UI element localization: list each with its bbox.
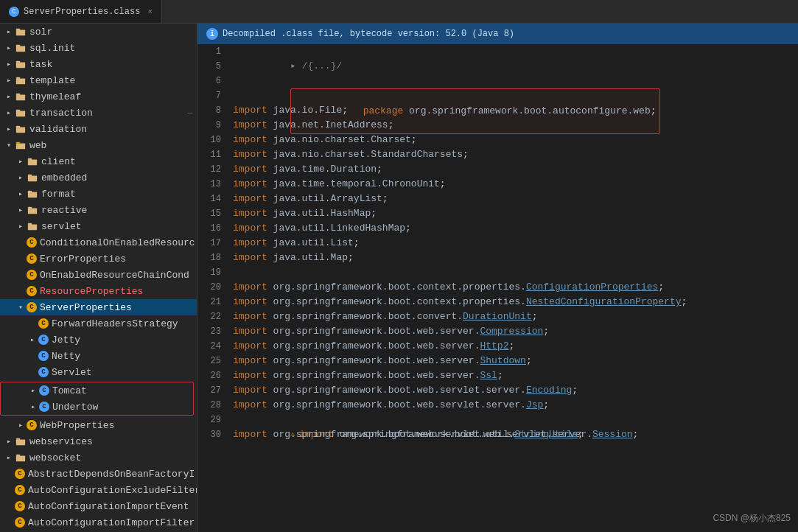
sidebar-item-label: AbstractDependsOnBeanFactoryI <box>28 469 195 480</box>
line-num: 7 <box>203 88 221 103</box>
class-icon: C <box>27 270 37 280</box>
class-icon: C <box>15 501 25 511</box>
class-icon: C <box>15 469 25 479</box>
sidebar-item-jetty[interactable]: C Jetty <box>0 332 197 348</box>
sidebar-item-label: AutoConfigurationImportEvent <box>28 501 189 512</box>
line-num: 16 <box>203 221 221 236</box>
code-line-1: ▸ /{...}/ <box>233 44 792 59</box>
sidebar-item-transaction[interactable]: transaction — <box>0 105 197 121</box>
sidebar-item-forward-headers[interactable]: C ForwardHeadersStrategy <box>0 315 197 332</box>
svg-rect-8 <box>16 94 25 100</box>
sidebar-item-resource-properties[interactable]: C ResourceProperties <box>0 283 197 299</box>
folder-icon <box>27 188 38 200</box>
sidebar-item-on-enabled[interactable]: C OnEnabledResourceChainCond <box>0 267 197 283</box>
class-icon: C <box>15 485 25 495</box>
info-icon: i <box>206 28 218 40</box>
sidebar-item-label: format <box>41 189 76 200</box>
svg-rect-28 <box>16 455 25 461</box>
code-line-30: import org.springframework.boot.web.serv… <box>233 427 792 442</box>
arrow-icon <box>3 74 15 86</box>
sidebar-item-websocket[interactable]: websocket <box>0 449 197 466</box>
line-num: 5 <box>203 59 221 74</box>
class-icon: C <box>15 517 25 528</box>
sidebar-item-client[interactable]: client <box>0 153 197 169</box>
tab-close-button[interactable]: × <box>147 7 153 16</box>
file-tree-sidebar[interactable]: solr sql.init task template <box>0 24 197 532</box>
sidebar-item-label: reactive <box>41 205 87 216</box>
code-line-20: import org.springframework.boot.context.… <box>233 280 792 295</box>
folder-icon <box>15 91 27 102</box>
arrow-icon <box>15 419 27 431</box>
sidebar-item-label: thymeleaf <box>29 91 81 102</box>
sidebar-item-label: AutoConfigurationExcludeFilter <box>28 485 197 496</box>
sidebar-item-server-properties[interactable]: C ServerProperties <box>0 299 197 315</box>
sidebar-item-servlet-class[interactable]: C Servlet <box>0 364 197 380</box>
sidebar-item-web[interactable]: web <box>0 137 197 153</box>
server-properties-tab[interactable]: C ServerProperties.class × <box>0 0 162 23</box>
sidebar-item-label: validation <box>29 124 87 135</box>
code-line-12: import java.time.Duration; <box>233 162 792 177</box>
sidebar-item-servlet[interactable]: servlet <box>0 218 197 234</box>
svg-rect-29 <box>16 455 20 457</box>
sidebar-item-label: Undertow <box>52 402 98 413</box>
line-num: 30 <box>203 427 221 442</box>
sidebar-item-solr[interactable]: solr <box>0 24 197 40</box>
sidebar-item-label: ErrorProperties <box>40 253 126 265</box>
sidebar-item-tomcat[interactable]: C Tomcat <box>1 382 193 399</box>
class-icon: C <box>39 402 49 412</box>
sidebar-item-embedded[interactable]: embedded <box>0 169 197 186</box>
sidebar-item-error-properties[interactable]: C ErrorProperties <box>0 251 197 267</box>
sidebar-item-label: AutoConfigurationImportFilter <box>28 517 195 528</box>
svg-rect-14 <box>16 143 25 149</box>
sidebar-item-label: ConditionalOnEnabledResourc <box>40 237 195 248</box>
sidebar-item-thymeleaf[interactable]: thymeleaf <box>0 88 197 105</box>
sidebar-item-validation[interactable]: validation <box>0 121 197 137</box>
sidebar-item-label: WebProperties <box>40 420 114 431</box>
svg-rect-5 <box>16 61 20 63</box>
line-num: 14 <box>203 192 221 206</box>
folder-icon <box>27 220 38 232</box>
arrow-icon <box>15 220 27 232</box>
code-editor[interactable]: 1 5 6 7 8 9 10 11 12 13 14 15 16 17 18 1… <box>197 44 798 532</box>
svg-rect-15 <box>16 142 20 144</box>
sidebar-item-undertow[interactable]: C Undertow <box>1 399 193 415</box>
sidebar-item-auto-config-exclude[interactable]: C AutoConfigurationExcludeFilter <box>0 482 197 498</box>
arrow-icon <box>3 58 15 70</box>
class-icon: C <box>27 237 37 248</box>
code-line-22: import org.springframework.boot.convert.… <box>233 309 792 324</box>
line-num: 22 <box>203 309 221 324</box>
sidebar-item-netty[interactable]: C Netty <box>0 348 197 364</box>
sidebar-item-web-properties[interactable]: C WebProperties <box>0 417 197 433</box>
line-num: 26 <box>203 368 221 383</box>
sidebar-item-format[interactable]: format <box>0 186 197 202</box>
sidebar-item-conditional[interactable]: C ConditionalOnEnabledResourc <box>0 234 197 251</box>
svg-rect-25 <box>28 223 32 225</box>
folder-icon <box>15 107 27 119</box>
sidebar-item-auto-config-filter[interactable]: C AutoConfigurationImportFilter <box>0 514 197 531</box>
sidebar-item-reactive[interactable]: reactive <box>0 202 197 218</box>
tab-class-icon: C <box>9 7 19 17</box>
folder-icon <box>15 42 27 54</box>
svg-rect-12 <box>16 127 25 133</box>
arrow-icon <box>15 188 27 200</box>
code-line-16: import java.util.LinkedHashMap; <box>233 221 792 236</box>
sidebar-item-task[interactable]: task <box>0 56 197 72</box>
svg-rect-24 <box>28 224 37 230</box>
sidebar-item-webservices[interactable]: webservices <box>0 433 197 449</box>
code-line-28: import org.springframework.boot.web.serv… <box>233 398 792 413</box>
sidebar-item-sql-init[interactable]: sql.init <box>0 40 197 56</box>
sidebar-item-label: websocket <box>29 452 81 463</box>
line-num: 19 <box>203 265 221 280</box>
line-num: 18 <box>203 251 221 265</box>
sidebar-item-auto-config-event[interactable]: C AutoConfigurationImportEvent <box>0 498 197 514</box>
code-line-15: import java.util.HashMap; <box>233 206 792 221</box>
code-line-24: import org.springframework.boot.web.serv… <box>233 339 792 354</box>
svg-rect-26 <box>16 439 25 445</box>
folder-icon <box>15 123 27 135</box>
sidebar-item-label: servlet <box>41 221 82 232</box>
sidebar-item-template[interactable]: template <box>0 72 197 88</box>
line-num: 9 <box>203 118 221 133</box>
watermark: CSDN @杨小杰825 <box>713 512 791 525</box>
svg-rect-27 <box>16 438 20 441</box>
sidebar-item-abstract-depends[interactable]: C AbstractDependsOnBeanFactoryI <box>0 466 197 482</box>
